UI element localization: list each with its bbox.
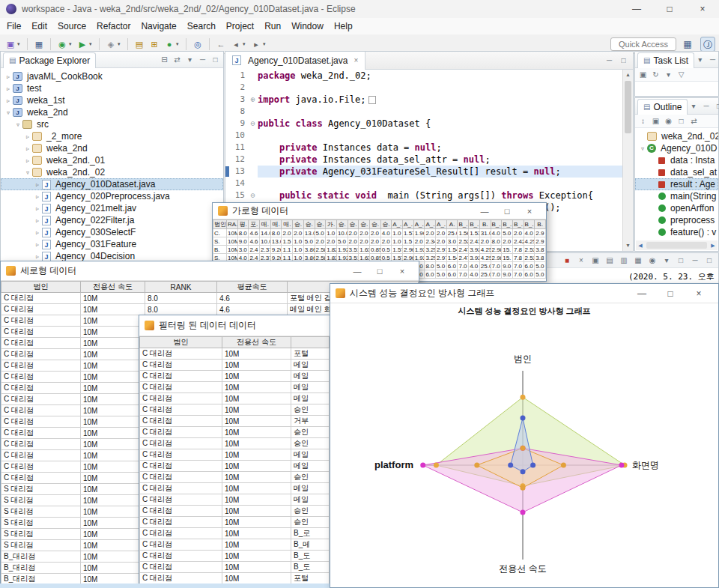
table-row[interactable]: C 대리점10M거부 xyxy=(140,416,330,427)
new-class-dropdown-icon[interactable]: ▾ xyxy=(176,41,181,47)
code-line-10[interactable]: 10 xyxy=(225,130,622,142)
column-header[interactable]: RANK xyxy=(145,282,217,293)
tab-task-list[interactable]: ▤ Task List xyxy=(637,52,694,68)
remove-all-terminated-icon[interactable]: ▣ xyxy=(589,255,601,267)
column-header[interactable]: A_. xyxy=(425,220,436,229)
table-row[interactable]: C 대리점10MB_도 xyxy=(140,562,330,573)
table-row[interactable]: C 대리점10M메일 xyxy=(140,360,330,371)
tree-item-feature-v[interactable]: feature() : v xyxy=(635,226,718,238)
save-icon[interactable]: ▦ xyxy=(32,37,46,51)
column-header[interactable]: A_. xyxy=(392,220,403,229)
column-header[interactable]: 승. xyxy=(293,220,304,229)
maximize-button[interactable]: □ xyxy=(656,288,685,299)
vertical-data-titlebar[interactable]: 세로형 데이터 — □ × xyxy=(1,261,419,281)
table-row[interactable]: C 대리점10M포털 xyxy=(140,348,330,360)
column-header[interactable]: B. xyxy=(479,220,491,229)
table-row[interactable]: C 대리점10M메일 xyxy=(140,393,330,404)
code-line-9[interactable]: 9⊖public class Agency_010Dataset { xyxy=(225,118,622,130)
table-row[interactable]: C 대리점10MB_로 xyxy=(140,528,330,539)
menu-search[interactable]: Search xyxy=(182,19,221,33)
link-with-editor-icon[interactable]: ⇄ xyxy=(688,116,700,127)
tree-item-weka-2nd-02[interactable]: weka_2nd._02 xyxy=(635,130,718,142)
column-header[interactable]: B_. xyxy=(458,220,469,229)
column-header[interactable]: 범인 xyxy=(213,220,227,229)
external-tools-dropdown-icon[interactable]: ▾ xyxy=(118,41,123,47)
column-header[interactable]: A_. xyxy=(436,220,447,229)
hide-static-members-icon[interactable]: ◉ xyxy=(663,116,674,127)
view-menu-icon[interactable]: ▾ xyxy=(688,101,699,112)
expander-icon[interactable]: ▹ xyxy=(33,241,42,248)
scroll-lock-icon[interactable]: ▥ xyxy=(618,255,630,267)
filtered-data-table[interactable]: 범인전용선 속도C 대리점10M포털C 대리점10M메일C 대리점10M메일C … xyxy=(139,336,330,588)
display-selected-console-icon[interactable]: ▾ xyxy=(661,255,673,267)
table-row[interactable]: C 대리점10M메일 xyxy=(140,494,330,506)
expander-icon[interactable]: ▹ xyxy=(23,133,32,140)
maximize-button[interactable]: □ xyxy=(653,0,686,18)
menu-run[interactable]: Run xyxy=(259,19,286,33)
menu-refactor[interactable]: Refactor xyxy=(91,19,136,33)
table-row[interactable]: C 대리점10M메일 xyxy=(140,449,330,461)
new-java-project-icon[interactable]: ▤ xyxy=(133,37,146,51)
back-dropdown-icon[interactable]: ▾ xyxy=(243,41,248,47)
last-edit-location-icon[interactable]: ← xyxy=(214,37,228,51)
expander-icon[interactable]: ▹ xyxy=(33,253,42,260)
menu-window[interactable]: Window xyxy=(286,19,329,33)
column-header[interactable]: 승. xyxy=(348,220,359,229)
column-header[interactable]: 승. xyxy=(303,220,315,229)
scrollbar-track[interactable] xyxy=(646,242,707,249)
minimize-icon[interactable]: ─ xyxy=(707,55,718,65)
column-header[interactable]: 전용선 속도 xyxy=(222,337,291,348)
table-row[interactable]: C 대리점10M승인 xyxy=(140,517,330,528)
editor-vertical-scrollbar[interactable]: ▲ ▼ xyxy=(622,70,633,251)
debug-icon[interactable]: ◉ xyxy=(55,37,69,51)
horizontal-data-titlebar[interactable]: 가로형 데이터 — □ × xyxy=(213,203,546,219)
tree-item-agency-030selectf[interactable]: ▹JAgency_030SelectF xyxy=(1,226,223,238)
column-header[interactable]: 평. xyxy=(237,220,249,229)
filtered-data-window[interactable]: 필터링 된 데이터 데이터 범인전용선 속도C 대리점10M포털C 대리점10M… xyxy=(139,315,330,588)
clear-console-icon[interactable]: ▤ xyxy=(604,255,616,267)
column-header[interactable]: 승. xyxy=(369,220,380,229)
tree-item-preprocess[interactable]: preprocess xyxy=(635,214,718,226)
maximize-button[interactable]: □ xyxy=(496,207,518,216)
maximize-icon[interactable]: □ xyxy=(210,55,221,65)
maximize-icon[interactable]: □ xyxy=(713,101,719,112)
column-header[interactable]: 범인 xyxy=(1,282,81,293)
tree-item-agency-021melt-jav[interactable]: ▹JAgency_021melt.jav xyxy=(1,202,223,214)
tree-item-agency-020preprocess-java[interactable]: ▹JAgency_020Preprocess.java xyxy=(1,190,223,202)
tree-item-data-sel-at[interactable]: data_sel_at xyxy=(635,166,718,178)
debug-dropdown-icon[interactable]: ▾ xyxy=(69,41,74,47)
radar-chart-titlebar[interactable]: 시스템 성능 결정요인 방사형 그래프 — □ × xyxy=(330,284,718,303)
categorize-icon[interactable]: ▾ xyxy=(663,70,674,80)
table-row[interactable]: C 대리점10M승인 xyxy=(140,438,330,449)
minimize-icon[interactable]: ─ xyxy=(197,55,208,65)
column-header[interactable]: 가. xyxy=(326,220,337,229)
filtered-data-titlebar[interactable]: 필터링 된 데이터 데이터 xyxy=(139,315,330,336)
table-row[interactable]: C 대리점10M메일 xyxy=(140,371,330,382)
close-button[interactable]: × xyxy=(685,288,713,299)
scroll-down-arrow[interactable]: ▼ xyxy=(623,240,633,251)
table-row[interactable]: C 대리점10MB_도 xyxy=(140,551,330,562)
hide-non-public-icon[interactable]: □ xyxy=(676,116,687,127)
external-tools-icon[interactable]: ◈ xyxy=(104,37,118,51)
scrollbar-thumb[interactable] xyxy=(625,81,631,133)
close-button[interactable]: × xyxy=(686,0,719,18)
forward-dropdown-icon[interactable]: ▾ xyxy=(263,41,268,47)
pin-console-icon[interactable]: ◉ xyxy=(646,255,658,267)
tab-agency-010dataset-java[interactable]: J Agency_010Dataset.java × xyxy=(225,52,365,70)
fold-icon[interactable]: ⊖ xyxy=(248,190,258,201)
column-header[interactable]: A_. xyxy=(413,220,425,229)
link-with-editor-icon[interactable]: ⇄ xyxy=(172,55,183,65)
table-row[interactable]: C 대리점10M메일 xyxy=(140,483,330,494)
code-line-8[interactable]: 8 xyxy=(225,106,622,118)
new-dropdown-icon[interactable]: ▾ xyxy=(17,41,22,47)
run-dropdown-icon[interactable]: ▾ xyxy=(89,41,94,47)
table-row[interactable]: C.10M8.04.614.08.02.02.013.05.01.010.02.… xyxy=(213,229,546,237)
java-perspective-icon[interactable]: Ⓙ xyxy=(700,37,715,52)
new-icon[interactable]: ▣ xyxy=(4,37,17,51)
menu-source[interactable]: Source xyxy=(52,19,91,33)
column-header[interactable]: B_. xyxy=(512,220,524,229)
back-icon[interactable]: ◂ xyxy=(229,37,243,51)
tree-item-result-age[interactable]: result : Age xyxy=(635,178,718,190)
table-row[interactable]: C 대리점10M승인 xyxy=(140,404,330,416)
column-header[interactable]: A. xyxy=(446,220,458,229)
